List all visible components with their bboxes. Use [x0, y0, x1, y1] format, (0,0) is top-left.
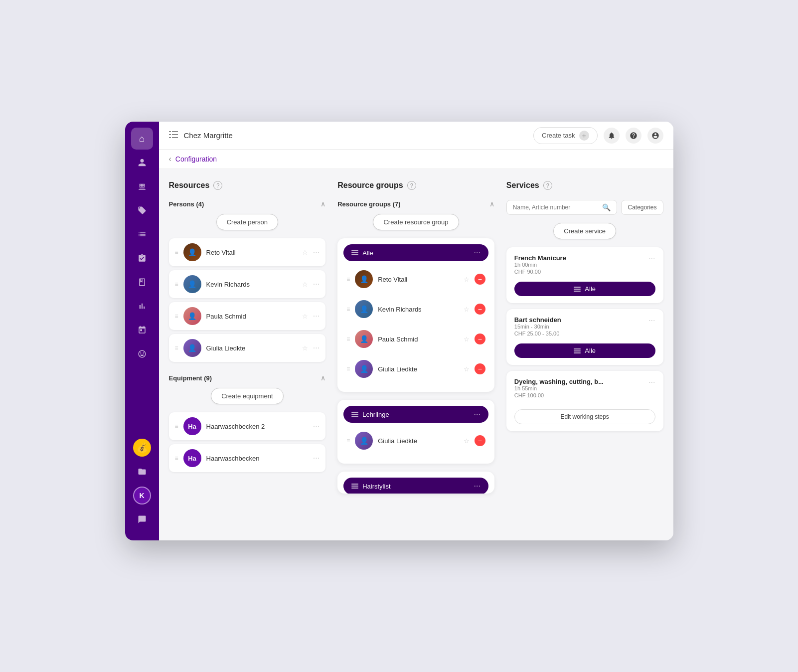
- giulia-more[interactable]: ···: [313, 343, 319, 352]
- sidebar-item-chart[interactable]: [131, 295, 153, 317]
- sidebar-item-tag[interactable]: [131, 199, 153, 221]
- persons-section-header: Persons (4) ∧: [169, 200, 326, 208]
- bell-button[interactable]: [604, 128, 620, 144]
- groups-toggle[interactable]: ∧: [489, 200, 494, 208]
- drag-handle[interactable]: ≡: [175, 455, 178, 462]
- sidebar-item-user-k[interactable]: K: [133, 487, 151, 504]
- create-task-button[interactable]: Create task +: [533, 127, 597, 144]
- drag-handle[interactable]: ≡: [175, 281, 178, 288]
- paula-star[interactable]: ☆: [302, 313, 308, 320]
- create-service-button[interactable]: Create service: [553, 223, 616, 239]
- giulia-star[interactable]: ☆: [302, 344, 308, 352]
- user-button[interactable]: [647, 128, 663, 144]
- kevin-star[interactable]: ☆: [302, 281, 308, 288]
- drag-handle[interactable]: ≡: [346, 276, 350, 283]
- create-equipment-button[interactable]: Create equipment: [211, 388, 283, 404]
- ha1-more[interactable]: ···: [313, 422, 319, 431]
- persons-list: ≡ 👤 Reto Vitali ☆ ··· ≡ 👤 Kevin Richards…: [169, 238, 326, 362]
- alle-label: Alle: [362, 249, 470, 257]
- alle-group-more[interactable]: ···: [474, 248, 480, 257]
- service-more-3[interactable]: ···: [648, 378, 655, 387]
- kevin-group-star[interactable]: ☆: [464, 306, 470, 313]
- sidebar-item-list[interactable]: [131, 223, 153, 245]
- kevin-remove-btn[interactable]: −: [475, 304, 485, 315]
- sidebar-item-building[interactable]: [131, 175, 153, 197]
- sidebar-item-person[interactable]: [131, 152, 153, 173]
- categories-button[interactable]: Categories: [621, 200, 663, 215]
- sidebar-item-chat[interactable]: [131, 508, 153, 530]
- lehrlinge-group-more[interactable]: ···: [474, 410, 480, 419]
- resources-header: Resources ?: [169, 181, 326, 190]
- giulia-avatar: 👤: [183, 339, 201, 357]
- service-price-2: CHF 25.00 - 35.00: [514, 331, 561, 336]
- reto-more[interactable]: ···: [313, 248, 319, 257]
- service-more-2[interactable]: ···: [648, 316, 655, 325]
- menu-icon[interactable]: [169, 130, 178, 141]
- alle-label-1: Alle: [585, 285, 596, 293]
- edit-steps-button[interactable]: Edit working steps: [514, 409, 655, 424]
- create-resource-group-button[interactable]: Create resource group: [373, 214, 459, 230]
- reto-star[interactable]: ☆: [302, 249, 308, 256]
- header-icons: [604, 128, 663, 144]
- reto-group-star[interactable]: ☆: [464, 276, 470, 283]
- service-card-french-manicure: French Manicure 1h 00min CHF 90.00 ···: [506, 247, 663, 303]
- svg-rect-3: [172, 131, 178, 132]
- resources-title: Resources: [169, 181, 210, 190]
- giulia-group-star[interactable]: ☆: [464, 365, 470, 373]
- service-name-3: Dyeing, washing, cutting, b...: [514, 378, 604, 385]
- groups-section-header: Resource groups (7) ∧: [337, 200, 494, 208]
- services-help-icon[interactable]: ?: [543, 181, 552, 190]
- group-card-alle: Alle ··· ≡ 👤 Reto Vitali ☆ − ≡: [337, 238, 494, 392]
- drag-handle[interactable]: ≡: [175, 423, 178, 430]
- giulia-remove-btn[interactable]: −: [475, 363, 485, 374]
- create-person-button[interactable]: Create person: [216, 214, 278, 230]
- persons-toggle[interactable]: ∧: [320, 200, 325, 208]
- giulia-l-star[interactable]: ☆: [464, 437, 470, 445]
- drag-handle[interactable]: ≡: [346, 306, 350, 313]
- equipment-toggle[interactable]: ∧: [320, 374, 325, 382]
- sidebar-item-calendar[interactable]: [131, 319, 153, 341]
- equipment-item-2: ≡ Ha Haarwaschbecken ···: [169, 444, 326, 472]
- search-input[interactable]: [513, 204, 599, 211]
- drag-lines: [351, 412, 358, 417]
- resources-help-icon[interactable]: ?: [213, 181, 222, 190]
- drag-handle[interactable]: ≡: [175, 249, 178, 256]
- back-button[interactable]: ‹: [169, 155, 171, 164]
- paula-remove-btn[interactable]: −: [475, 334, 485, 344]
- hairstylist-label: Hairstylist: [362, 483, 470, 490]
- drag-handle[interactable]: ≡: [346, 365, 350, 372]
- service-duration: 1h 00min: [514, 262, 566, 268]
- equipment-title: Equipment (9): [169, 374, 212, 382]
- drag-lines: [351, 250, 358, 255]
- alle-group-header: Alle ···: [343, 244, 488, 261]
- service-alle-btn-1[interactable]: Alle: [514, 282, 655, 296]
- drag-handle[interactable]: ≡: [346, 336, 350, 342]
- kevin-group-name: Kevin Richards: [378, 306, 459, 313]
- sidebar-item-task[interactable]: [131, 247, 153, 269]
- hairstylist-group-more[interactable]: ···: [474, 482, 480, 491]
- reto-remove-btn[interactable]: −: [475, 274, 485, 285]
- equipment-section-header: Equipment (9) ∧: [169, 374, 326, 382]
- sidebar-item-coin[interactable]: 💰: [133, 439, 151, 457]
- ha2-more[interactable]: ···: [313, 454, 319, 463]
- sidebar-item-folder[interactable]: [131, 461, 153, 483]
- sidebar-item-home[interactable]: ⌂: [131, 128, 153, 150]
- service-alle-btn-2[interactable]: Alle: [514, 343, 655, 358]
- drag-handle[interactable]: ≡: [346, 437, 350, 444]
- sidebar-item-emoji[interactable]: [131, 343, 153, 365]
- drag-handle[interactable]: ≡: [175, 344, 178, 351]
- giulia-l-remove-btn[interactable]: −: [475, 435, 485, 446]
- services-search-bar: 🔍 Categories: [506, 200, 663, 215]
- drag-handle[interactable]: ≡: [175, 313, 178, 320]
- paula-more[interactable]: ···: [313, 312, 319, 321]
- svg-rect-1: [169, 134, 171, 135]
- groups-section-label: Resource groups (7): [337, 200, 400, 208]
- help-button[interactable]: [626, 128, 641, 144]
- sidebar-item-notebook[interactable]: [131, 271, 153, 293]
- resource-groups-help-icon[interactable]: ?: [407, 181, 416, 190]
- service-more[interactable]: ···: [648, 254, 655, 263]
- kevin-more[interactable]: ···: [313, 280, 319, 289]
- search-input-wrap[interactable]: 🔍: [506, 200, 618, 215]
- paula-group-star[interactable]: ☆: [464, 336, 470, 343]
- reto-group-avatar: 👤: [355, 270, 373, 288]
